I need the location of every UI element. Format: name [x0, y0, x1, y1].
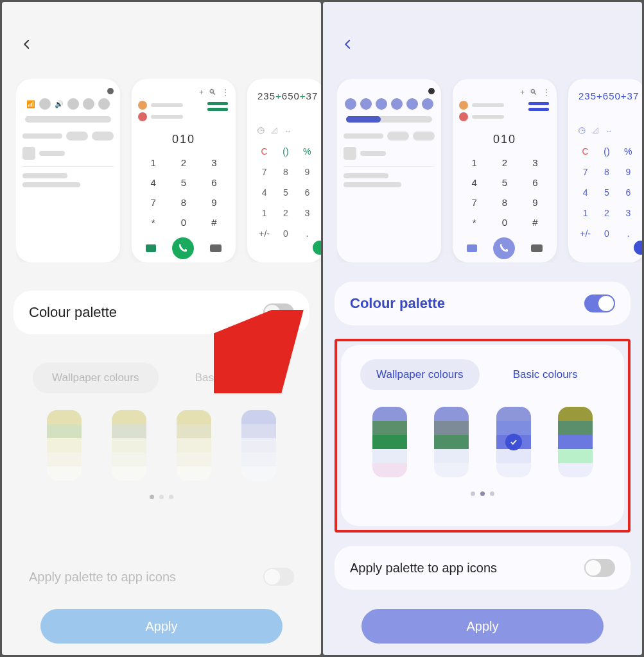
apply-to-icons-label: Apply palette to app icons: [29, 570, 176, 584]
apply-to-icons-toggle[interactable]: [263, 568, 294, 586]
palette-swatch[interactable]: [177, 410, 211, 481]
more-icon: ⋮: [222, 88, 229, 97]
qs-icon: [83, 98, 94, 110]
palette-swatch[interactable]: [47, 410, 82, 481]
preview-dialer: +🔍︎⋮ 010 123 456 789 *0#: [453, 79, 557, 262]
dialer-keypad: 123 456 789 *0#: [138, 153, 229, 232]
history-icon: 🕒︎: [257, 127, 265, 135]
swatch-row: [347, 407, 618, 477]
ruler-icon: 📐︎: [592, 127, 599, 135]
search-icon: 🔍︎: [209, 88, 216, 97]
preview-quicksettings: [337, 79, 441, 262]
palette-swatch[interactable]: [372, 407, 407, 477]
apply-button[interactable]: Apply: [361, 609, 604, 644]
avatar: [459, 101, 468, 110]
equals-button: [313, 241, 321, 255]
palette-swatch[interactable]: [241, 410, 276, 481]
gear-icon: [428, 88, 435, 94]
chevron-left-icon: [342, 35, 354, 53]
apply-button-label: Apply: [145, 619, 177, 634]
wifi-icon: 📶: [26, 100, 35, 108]
expand-icon: ↔: [605, 127, 613, 135]
qs-icon: [391, 98, 403, 110]
pager-dot[interactable]: [480, 491, 485, 496]
calc-expression: 235+650+37: [254, 88, 318, 103]
gear-icon: [107, 88, 114, 94]
call-button: [172, 237, 194, 259]
avatar: [138, 101, 147, 110]
colour-palette-toggle[interactable]: [584, 294, 615, 312]
pager-dot[interactable]: [490, 491, 494, 496]
more-icon: ⋮: [543, 88, 550, 97]
qs-icon: [360, 98, 372, 110]
colour-palette-label: Colour palette: [350, 295, 445, 312]
qs-icon: [376, 98, 387, 110]
screenshot-left: 📶 🔊 +🔍︎⋮ 010 123 456 789: [2, 2, 321, 655]
chevron-left-icon: [21, 35, 33, 53]
check-icon: [505, 434, 522, 450]
colour-palette-row: Colour palette: [335, 282, 631, 325]
search-icon: 🔍︎: [530, 88, 537, 97]
screenshot-right: +🔍︎⋮ 010 123 456 789 *0# 235+650+37 🕒︎📐︎…: [323, 2, 642, 655]
back-button[interactable]: [341, 37, 355, 51]
calc-expression: 235+650+37: [575, 88, 639, 103]
palette-tabs: Wallpaper colours Basic colours: [33, 363, 290, 393]
apply-to-icons-row: Apply palette to app icons: [13, 555, 309, 599]
pager-dot[interactable]: [471, 491, 475, 496]
qs-icon: [98, 98, 110, 110]
apply-to-icons-row: Apply palette to app icons: [335, 546, 631, 590]
annotation-highlight-box: Wallpaper colours Basic colours: [335, 339, 631, 533]
preview-carousel[interactable]: 📶 🔊 +🔍︎⋮ 010 123 456 789: [16, 79, 321, 262]
preview-quicksettings: 📶 🔊: [16, 79, 120, 262]
colour-palette-toggle[interactable]: [263, 303, 294, 321]
avatar: [138, 112, 147, 121]
qs-icon: [39, 98, 51, 110]
palette-swatch-selected[interactable]: [496, 407, 531, 477]
pager-dot[interactable]: [150, 495, 154, 499]
palette-swatch[interactable]: [112, 410, 146, 481]
sound-icon: 🔊: [55, 100, 64, 108]
dialer-number: 010: [459, 133, 550, 146]
calc-keypad: C()% 789 456 123 +/-0.: [254, 141, 318, 244]
swatch-row: [20, 410, 303, 481]
call-button: [493, 237, 515, 259]
palette-tabs: Wallpaper colours Basic colours: [360, 359, 605, 390]
history-icon: 🕒︎: [579, 127, 586, 135]
ruler-icon: 📐︎: [271, 127, 278, 135]
pager-dots: [20, 495, 303, 499]
colour-palette-row: Colour palette: [13, 291, 309, 334]
tab-basic-colours[interactable]: Basic colours: [486, 359, 605, 390]
tab-wallpaper-colours[interactable]: Wallpaper colours: [360, 359, 480, 390]
colour-palette-label: Colour palette: [29, 304, 117, 321]
preview-calculator: 235+650+37 🕒︎📐︎↔ C()% 789 456 123 +/-0.: [247, 79, 321, 262]
video-call-icon: [467, 244, 477, 252]
equals-button: [634, 241, 642, 255]
backspace-icon: [210, 244, 222, 252]
apply-button[interactable]: Apply: [40, 609, 283, 644]
qs-icon: [422, 98, 433, 110]
calc-keypad: C()% 789 456 123 +/-0.: [575, 141, 639, 244]
pager-dot[interactable]: [159, 495, 164, 499]
apply-to-icons-label: Apply palette to app icons: [350, 561, 497, 576]
palette-panel: Wallpaper colours Basic colours: [13, 348, 309, 511]
tab-basic-colours[interactable]: Basic colours: [165, 363, 291, 393]
backspace-icon: [531, 244, 543, 252]
palette-swatch[interactable]: [434, 407, 469, 477]
palette-panel: Wallpaper colours Basic colours: [341, 345, 624, 526]
pager-dot[interactable]: [169, 495, 173, 499]
pager-dots: [347, 491, 618, 496]
plus-icon: +: [520, 88, 525, 97]
apply-button-label: Apply: [466, 619, 498, 634]
brightness-slider: [25, 116, 111, 123]
back-button[interactable]: [20, 37, 34, 51]
preview-carousel[interactable]: +🔍︎⋮ 010 123 456 789 *0# 235+650+37 🕒︎📐︎…: [337, 79, 642, 262]
brightness-slider: [346, 116, 432, 123]
video-call-icon: [146, 244, 156, 252]
dialer-number: 010: [138, 133, 229, 146]
plus-icon: +: [199, 88, 204, 97]
dialer-keypad: 123 456 789 *0#: [459, 153, 550, 232]
apply-to-icons-toggle[interactable]: [584, 559, 615, 577]
tab-wallpaper-colours[interactable]: Wallpaper colours: [33, 363, 159, 393]
palette-swatch[interactable]: [558, 407, 593, 477]
expand-icon: ↔: [284, 127, 292, 135]
